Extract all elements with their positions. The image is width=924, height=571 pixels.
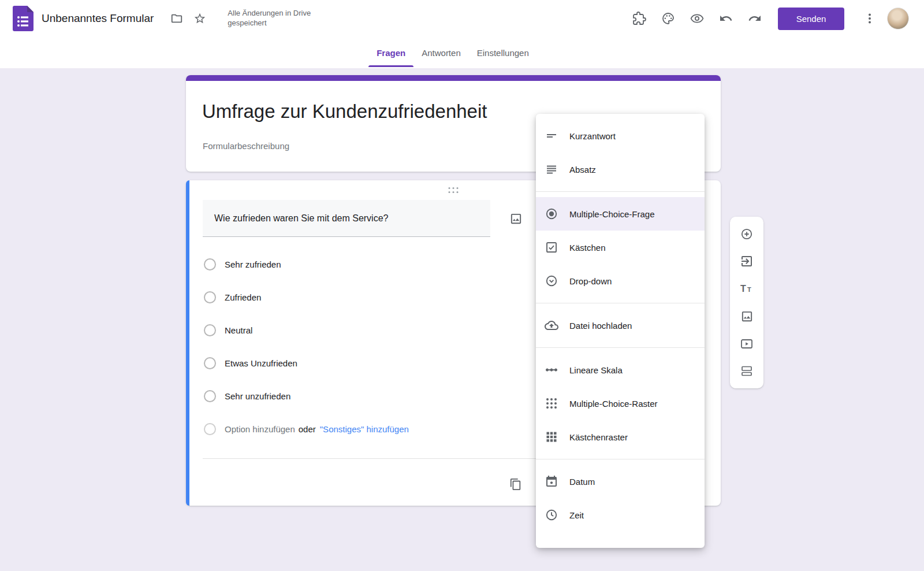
add-option-button[interactable]: Option hinzufügen bbox=[225, 424, 295, 434]
addons-button[interactable] bbox=[628, 7, 651, 30]
linear-scale-icon bbox=[545, 363, 558, 377]
tab-fragen-label: Fragen bbox=[377, 48, 405, 58]
add-other-option-link[interactable]: "Sonstiges" hinzufügen bbox=[320, 424, 409, 434]
menu-item-zeit[interactable]: Zeit bbox=[536, 498, 705, 532]
question-active-accent bbox=[186, 180, 189, 506]
redo-button[interactable] bbox=[743, 7, 766, 30]
radio-circle-icon bbox=[204, 390, 216, 402]
radio-checked-icon bbox=[545, 207, 558, 221]
star-icon bbox=[193, 12, 206, 25]
form-description[interactable]: Formularbeschreibung bbox=[203, 141, 289, 151]
account-avatar[interactable] bbox=[887, 8, 909, 29]
option-label[interactable]: Neutral bbox=[225, 325, 252, 335]
menu-item-absatz[interactable]: Absatz bbox=[536, 153, 705, 186]
form-title[interactable]: Umfrage zur Kundenzufriedenheit bbox=[202, 101, 487, 123]
form-accent-bar bbox=[186, 75, 721, 81]
radio-circle-icon bbox=[204, 357, 216, 369]
move-to-folder-button[interactable] bbox=[165, 7, 188, 30]
add-question-button[interactable] bbox=[736, 224, 757, 244]
import-questions-icon bbox=[740, 254, 754, 268]
svg-text:T: T bbox=[747, 286, 751, 293]
tab-antworten[interactable]: Antworten bbox=[413, 37, 469, 68]
tabs: Fragen Antworten Einstellungen bbox=[368, 37, 537, 68]
calendar-icon bbox=[545, 474, 558, 488]
add-video-icon bbox=[740, 337, 754, 351]
paragraph-icon bbox=[545, 162, 558, 176]
add-circle-icon bbox=[740, 227, 754, 241]
menu-item-multiple-choice[interactable]: Multiple-Choice-Frage bbox=[536, 197, 705, 231]
menu-item-dropdown[interactable]: Drop-down bbox=[536, 264, 705, 298]
google-forms-logo-icon[interactable] bbox=[13, 6, 33, 31]
add-title-button[interactable]: T T bbox=[736, 279, 757, 299]
option-row-3: Neutral bbox=[204, 314, 409, 347]
menu-separator bbox=[536, 191, 705, 192]
menu-item-lineare-skala[interactable]: Lineare Skala bbox=[536, 353, 705, 387]
question-title-input[interactable]: Wie zufrieden waren Sie mit dem Service? bbox=[203, 200, 490, 237]
dot-grid-icon bbox=[545, 396, 558, 410]
menu-separator bbox=[536, 459, 705, 459]
radio-circle-icon bbox=[204, 258, 216, 270]
import-questions-button[interactable] bbox=[736, 251, 757, 272]
folder-icon bbox=[170, 12, 183, 25]
option-row-5: Sehr unzufrieden bbox=[204, 380, 409, 413]
send-button[interactable]: Senden bbox=[778, 8, 844, 30]
menu-item-kurzantwort[interactable]: Kurzantwort bbox=[536, 119, 705, 153]
question-type-menu: Kurzantwort Absatz Multiple-Choice-Frage… bbox=[536, 114, 705, 548]
add-image-button[interactable] bbox=[736, 306, 757, 327]
answer-options: Sehr zufrieden Zufrieden Neutral Etwas U… bbox=[204, 248, 409, 446]
add-option-row: Option hinzufügen oder "Sonstiges" hinzu… bbox=[204, 413, 409, 446]
option-label[interactable]: Sehr unzufrieden bbox=[225, 391, 290, 401]
menu-item-kaestchenraster[interactable]: Kästchenraster bbox=[536, 420, 705, 454]
option-row-1: Sehr zufrieden bbox=[204, 248, 409, 281]
eye-icon bbox=[690, 12, 704, 25]
option-row-2: Zufrieden bbox=[204, 281, 409, 314]
palette-icon bbox=[661, 12, 675, 25]
radio-circle-icon bbox=[204, 324, 216, 336]
radio-circle-icon bbox=[204, 291, 216, 303]
menu-item-datei-hochladen[interactable]: Datei hochladen bbox=[536, 309, 705, 342]
clock-icon bbox=[545, 508, 558, 522]
option-label[interactable]: Zufrieden bbox=[225, 292, 261, 302]
add-section-icon bbox=[740, 364, 754, 378]
floating-side-toolbar: T T bbox=[730, 217, 763, 388]
customize-theme-button[interactable] bbox=[657, 7, 680, 30]
option-label[interactable]: Etwas Unzufrieden bbox=[225, 358, 297, 368]
add-question-image-button[interactable] bbox=[504, 207, 527, 230]
menu-item-kaestchen[interactable]: Kästchen bbox=[536, 231, 705, 264]
document-title[interactable]: Unbenanntes Formular bbox=[42, 12, 154, 25]
add-section-button[interactable] bbox=[736, 361, 757, 381]
square-grid-icon bbox=[545, 430, 558, 444]
add-title-icon: T T bbox=[740, 282, 754, 296]
star-button[interactable] bbox=[188, 7, 211, 30]
preview-button[interactable] bbox=[685, 7, 709, 30]
tab-einstellungen[interactable]: Einstellungen bbox=[469, 37, 537, 68]
tab-bar: Fragen Antworten Einstellungen bbox=[0, 37, 924, 68]
three-dots-icon bbox=[863, 12, 877, 25]
option-row-4: Etwas Unzufrieden bbox=[204, 347, 409, 380]
puzzle-icon bbox=[632, 12, 646, 25]
more-options-button[interactable] bbox=[858, 7, 881, 30]
drag-handle[interactable] bbox=[448, 186, 460, 194]
dropdown-circle-icon bbox=[545, 274, 558, 288]
add-option-or-text: oder bbox=[299, 424, 316, 434]
menu-separator bbox=[536, 347, 705, 348]
active-tab-underline bbox=[368, 65, 413, 67]
save-status[interactable]: Alle Änderungen in Drive gespeichert bbox=[228, 9, 331, 28]
menu-item-mc-raster[interactable]: Multiple-Choice-Raster bbox=[536, 387, 705, 420]
menu-item-datum[interactable]: Datum bbox=[536, 465, 705, 498]
duplicate-question-button[interactable] bbox=[504, 473, 527, 496]
short-answer-icon bbox=[545, 129, 558, 143]
top-bar: Unbenanntes Formular Alle Änderungen in … bbox=[0, 0, 924, 37]
image-icon bbox=[509, 212, 523, 225]
add-video-button[interactable] bbox=[736, 333, 757, 354]
undo-button[interactable] bbox=[714, 7, 737, 30]
tab-fragen[interactable]: Fragen bbox=[368, 37, 413, 68]
add-image-icon bbox=[740, 310, 754, 323]
copy-icon bbox=[509, 478, 522, 491]
radio-circle-icon bbox=[204, 423, 216, 435]
option-label[interactable]: Sehr zufrieden bbox=[225, 259, 281, 269]
checkbox-icon bbox=[545, 240, 558, 254]
topbar-right: Senden bbox=[628, 0, 924, 37]
tab-einstellungen-label: Einstellungen bbox=[477, 48, 529, 58]
cloud-upload-icon bbox=[545, 318, 558, 332]
